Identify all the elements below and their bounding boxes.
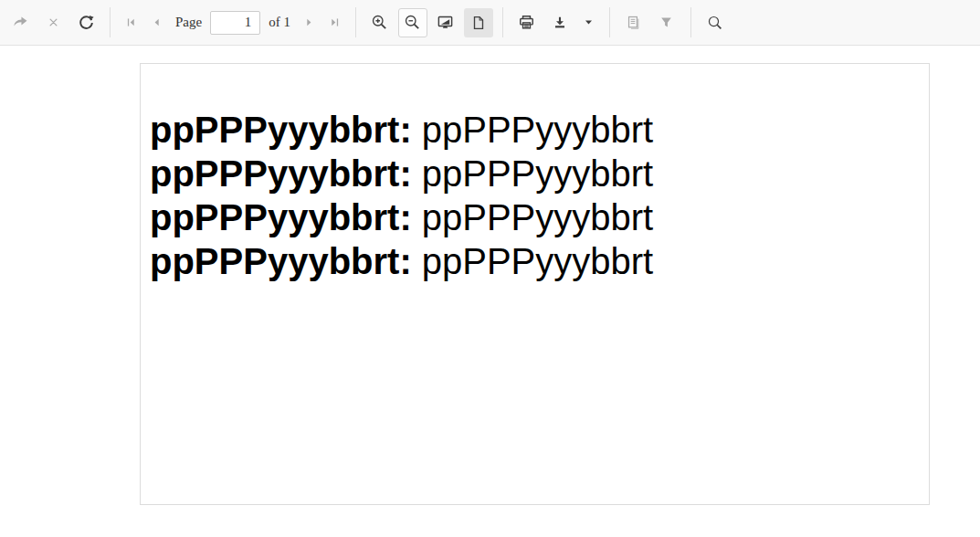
next-page-icon xyxy=(303,16,315,28)
last-page-icon xyxy=(329,16,341,28)
previous-page-button[interactable] xyxy=(144,8,168,37)
field-value: ppPPPyyybbrt xyxy=(422,197,653,237)
field-value: ppPPPyyybbrt xyxy=(422,153,653,194)
page-total-label: of 1 xyxy=(269,15,290,30)
field-label: ppPPPyyybbrt: xyxy=(150,197,412,237)
cancel-rendering-button[interactable] xyxy=(38,8,68,37)
document-line: ppPPPyyybbrt:ppPPPyyybbrt xyxy=(150,239,920,283)
fit-whole-page-button[interactable] xyxy=(464,8,493,37)
fit-page-icon xyxy=(470,15,487,31)
document-line: ppPPPyyybbrt:ppPPPyyybbrt xyxy=(150,195,920,239)
search-button[interactable] xyxy=(701,8,730,37)
refresh-button[interactable] xyxy=(71,8,100,37)
print-icon xyxy=(518,14,535,31)
field-label: ppPPPyyybbrt: xyxy=(150,241,412,281)
zoom-in-button[interactable] xyxy=(365,8,395,37)
refresh-icon xyxy=(78,14,95,31)
zoom-in-icon xyxy=(371,14,388,31)
parameters-filter-button[interactable] xyxy=(652,8,681,37)
zoom-out-icon xyxy=(404,14,421,31)
search-icon xyxy=(707,15,723,31)
toolbar: Page of 1 xyxy=(0,0,980,46)
document-page: ppPPPyyybbrt:ppPPPyyybbrt ppPPPyyybbrt:p… xyxy=(140,63,930,505)
document-map-button[interactable] xyxy=(619,8,648,37)
field-value: ppPPPyyybbrt xyxy=(422,241,653,281)
download-icon xyxy=(552,15,568,31)
fit-width-monitor-icon xyxy=(437,14,454,31)
toolbar-separator xyxy=(110,7,111,37)
filter-funnel-icon xyxy=(659,15,674,30)
close-x-icon xyxy=(47,16,60,29)
toolbar-separator xyxy=(502,7,503,37)
first-page-button[interactable] xyxy=(119,8,142,37)
export-format-dropdown[interactable] xyxy=(577,8,601,37)
toolbar-separator xyxy=(355,7,356,37)
document-line: ppPPPyyybbrt:ppPPPyyybbrt xyxy=(150,152,920,195)
zoom-out-button[interactable] xyxy=(398,8,427,37)
page-label: Page xyxy=(175,15,202,30)
next-page-button[interactable] xyxy=(298,8,321,37)
navigate-forward-button[interactable] xyxy=(5,8,35,37)
field-label: ppPPPyyybbrt: xyxy=(150,153,412,194)
toolbar-separator xyxy=(609,7,610,37)
first-page-icon xyxy=(125,16,137,28)
previous-page-icon xyxy=(151,16,163,28)
document-map-icon xyxy=(626,15,641,30)
print-button[interactable] xyxy=(512,8,542,37)
toolbar-separator xyxy=(690,7,691,37)
field-label: ppPPPyyybbrt: xyxy=(150,110,412,150)
page-number-input[interactable] xyxy=(210,11,260,35)
document-line: ppPPPyyybbrt:ppPPPyyybbrt xyxy=(150,108,920,152)
caret-down-icon xyxy=(583,16,595,28)
viewer-content: ppPPPyyybbrt:ppPPPyyybbrt ppPPPyyybbrt:p… xyxy=(0,46,980,536)
export-download-button[interactable] xyxy=(545,8,574,37)
report-viewer: Page of 1 xyxy=(0,0,980,537)
last-page-button[interactable] xyxy=(323,8,347,37)
fit-page-width-button[interactable] xyxy=(431,8,460,37)
forward-arrow-icon xyxy=(12,14,29,31)
field-value: ppPPPyyybbrt xyxy=(422,110,653,150)
